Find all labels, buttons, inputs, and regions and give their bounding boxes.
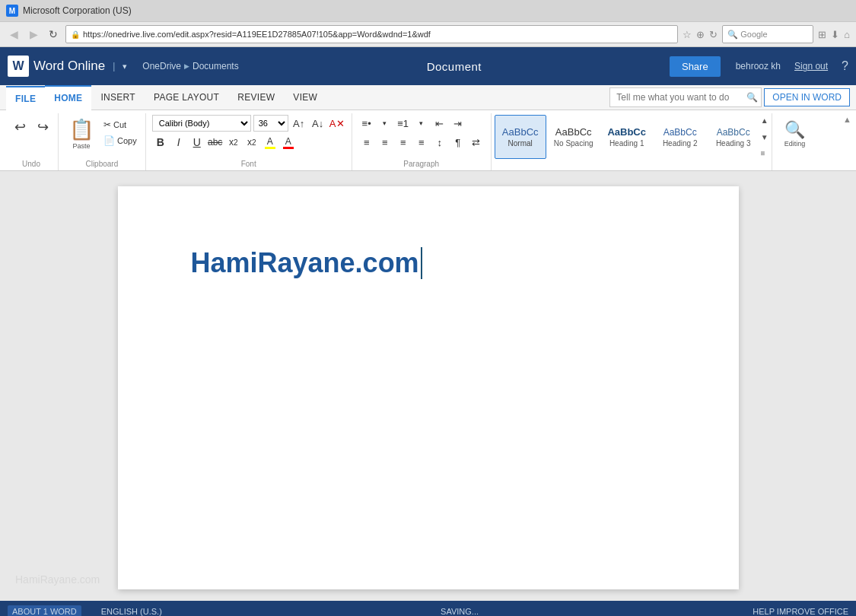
copy-label: Copy [117, 136, 137, 145]
tab-title[interactable]: Microsoft Corporation (US) [23, 5, 132, 16]
bold-button[interactable]: B [152, 134, 169, 151]
share-button[interactable]: Share [670, 56, 721, 77]
strikethrough-button[interactable]: abc [207, 134, 224, 151]
help-improve-status[interactable]: HELP IMPROVE OFFICE [753, 607, 848, 616]
highlight-color-button[interactable]: A [262, 134, 278, 151]
style-heading2[interactable]: AaBbCc Heading 2 [654, 115, 706, 159]
font-color-button[interactable]: A [280, 134, 297, 151]
download-icon[interactable]: ⬇ [831, 29, 839, 40]
star-icon[interactable]: ☆ [683, 29, 692, 40]
extensions-icon[interactable]: ⊞ [818, 29, 826, 40]
subscript-button[interactable]: x2 [225, 134, 242, 151]
clipboard-small-buttons: ✂ Cut 📄 Copy [101, 115, 139, 148]
style-heading1[interactable]: AaBbCc Heading 1 [601, 115, 653, 159]
style-heading2-preview: AaBbCc [663, 127, 697, 138]
undo-label: Undo [22, 160, 40, 170]
font-size-select[interactable]: 36 [253, 115, 288, 132]
style-normal[interactable]: AaBbCc Normal [495, 115, 546, 159]
app-dropdown-button[interactable]: ▾ [123, 62, 127, 71]
user-name: behrooz kh [736, 61, 781, 71]
font-shrink-button[interactable]: A↓ [310, 115, 326, 132]
reload-button[interactable]: ↻ [46, 27, 61, 42]
collapse-ribbon-button[interactable]: ▲ [843, 113, 851, 170]
style-no-spacing[interactable]: AaBbCc No Spacing [548, 115, 600, 159]
text-cursor [421, 247, 422, 279]
cut-button[interactable]: ✂ Cut [101, 118, 139, 132]
justify-button[interactable]: ≡ [413, 134, 430, 151]
clipboard-group: 📋 Paste ✂ Cut 📄 Copy Clipboard [59, 113, 146, 170]
styles-more[interactable]: ≡ [761, 149, 768, 157]
document-title[interactable]: Document [247, 60, 662, 73]
find-replace-button[interactable]: 🔍 Editing [778, 115, 812, 153]
address-bar[interactable]: 🔒 https://onedrive.live.com/edit.aspx?re… [65, 25, 678, 43]
tab-home[interactable]: HOME [45, 85, 91, 110]
open-in-word-button[interactable]: OPEN IN WORD [764, 88, 850, 106]
line-spacing-button[interactable]: ↕ [431, 134, 448, 151]
styles-scroll-down[interactable]: ▼ [761, 133, 768, 141]
app-title: Word Online [33, 59, 105, 74]
editing-group: 🔍 Editing [772, 113, 818, 170]
lock-icon: 🔒 [71, 30, 80, 39]
font-row2: B I U abc x2 x2 A A [152, 134, 345, 151]
numbered-list-button[interactable]: ≡1 [395, 115, 412, 132]
tab-review[interactable]: REVIEW [228, 86, 284, 109]
ribbon-search-input[interactable] [609, 87, 762, 107]
breadcrumb-home[interactable]: OneDrive [142, 61, 181, 71]
superscript-button[interactable]: x2 [243, 134, 260, 151]
undo-group: ↩ ↪ Undo [5, 113, 59, 170]
tab-file[interactable]: FILE [6, 86, 45, 110]
italic-button[interactable]: I [170, 134, 187, 151]
help-button[interactable]: ? [842, 59, 848, 73]
font-family-select[interactable]: Calibri (Body) [152, 115, 251, 132]
show-marks-button[interactable]: ¶ [450, 134, 466, 151]
align-right-button[interactable]: ≡ [395, 134, 412, 151]
align-center-button[interactable]: ≡ [377, 134, 393, 151]
cut-label: Cut [113, 120, 126, 129]
style-normal-label: Normal [508, 139, 533, 148]
document-page[interactable]: HamiRayane.com [118, 186, 739, 589]
font-grow-button[interactable]: A↑ [291, 115, 307, 132]
styles-scroll-up[interactable]: ▲ [761, 116, 768, 125]
sign-out-button[interactable]: Sign out [794, 61, 828, 71]
paste-label: Paste [72, 142, 90, 150]
redo-button[interactable]: ↪ [32, 116, 53, 138]
breadcrumb-sep: ▶ [184, 62, 189, 70]
bidi-button[interactable]: ⇄ [468, 134, 485, 151]
word-count-status[interactable]: ABOUT 1 WORD [8, 605, 81, 616]
breadcrumb-folder[interactable]: Documents [193, 61, 239, 71]
bullet-list-button[interactable]: ≡• [358, 115, 375, 132]
list-dropdown[interactable]: ▾ [377, 115, 393, 132]
styles-arrows: ▲ ▼ ≡ [761, 115, 768, 159]
ribbon-search: 🔍 OPEN IN WORD [609, 87, 850, 107]
align-left-button[interactable]: ≡ [358, 134, 375, 151]
style-heading3-preview: AaBbCc [717, 127, 750, 138]
word-logo-icon: W [8, 56, 29, 77]
para-row1: ≡• ▾ ≡1 ▾ ⇤ ⇥ [358, 115, 485, 132]
undo-button[interactable]: ↩ [9, 116, 30, 138]
document-area: HamiRayane.com [0, 171, 856, 601]
search-bar[interactable]: 🔍 Google [722, 25, 813, 43]
clear-format-button[interactable]: A✕ [329, 115, 345, 132]
tab-view[interactable]: VIEW [284, 86, 326, 109]
tab-page-layout[interactable]: PAGE LAYOUT [145, 86, 228, 109]
home-icon[interactable]: ⌂ [844, 29, 850, 40]
document-content[interactable]: HamiRayane.com [191, 247, 666, 279]
paste-icon: 📋 [69, 118, 94, 141]
search-engine-label: 🔍 Google [727, 30, 768, 40]
copy-button[interactable]: 📄 Copy [101, 134, 139, 148]
style-heading3-label: Heading 3 [716, 139, 751, 148]
refresh-icon[interactable]: ↻ [709, 29, 718, 40]
rss-icon[interactable]: ⊕ [696, 29, 705, 40]
increase-indent-button[interactable]: ⇥ [450, 115, 466, 132]
paste-button[interactable]: 📋 Paste [65, 115, 98, 153]
favicon-icon: M [6, 5, 18, 17]
style-heading3[interactable]: AaBbCc Heading 3 [708, 115, 759, 159]
style-no-spacing-preview: AaBbCc [555, 126, 592, 138]
tab-insert[interactable]: INSERT [91, 86, 145, 109]
language-status[interactable]: ENGLISH (U.S.) [97, 605, 167, 616]
forward-button[interactable]: ▶ [26, 27, 41, 42]
underline-button[interactable]: U [189, 134, 205, 151]
back-button[interactable]: ◀ [6, 27, 21, 42]
decrease-indent-button[interactable]: ⇤ [431, 115, 448, 132]
num-list-dropdown[interactable]: ▾ [413, 115, 430, 132]
